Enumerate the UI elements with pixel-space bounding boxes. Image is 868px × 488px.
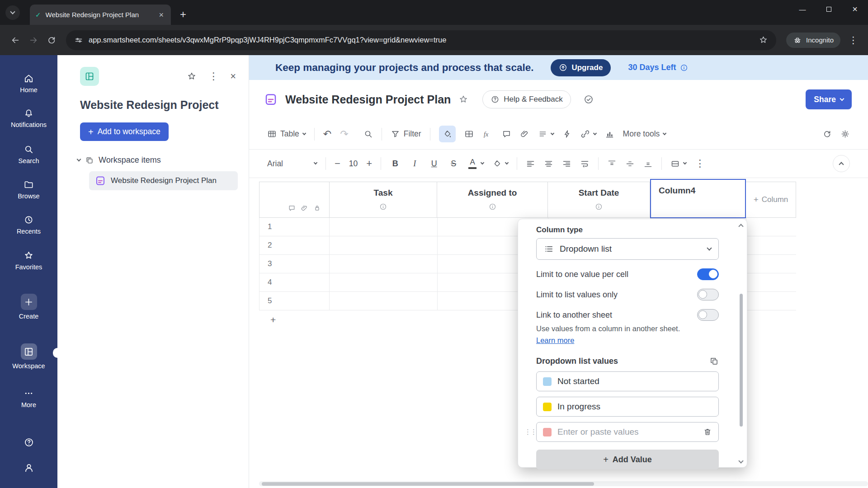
info-icon[interactable]	[595, 203, 603, 211]
automation-button[interactable]	[562, 129, 572, 139]
column-type-select[interactable]: Dropdown list	[536, 238, 719, 260]
scroll-down-icon[interactable]	[738, 458, 743, 463]
limit-list-values-toggle[interactable]	[697, 289, 719, 300]
value-color-chip[interactable]	[543, 377, 552, 386]
upgrade-button[interactable]: Upgrade	[551, 59, 611, 76]
nav-item-workspace[interactable]: Workspace	[0, 343, 57, 370]
row-number[interactable]: 5	[259, 292, 330, 310]
browser-tab[interactable]: ✓ Website Redesign Project Plan ×	[30, 5, 171, 25]
italic-button[interactable]: I	[409, 159, 420, 169]
nav-item-favorites[interactable]: Favorites	[0, 250, 57, 271]
nav-item-more[interactable]: More	[0, 388, 57, 408]
view-switcher-table[interactable]: Table	[267, 129, 306, 139]
browser-menu-button[interactable]: ⋮	[845, 35, 862, 46]
valign-middle-button[interactable]	[625, 159, 635, 169]
list-tool-button[interactable]	[538, 129, 554, 139]
address-bar[interactable]: app.smartsheet.com/sheets/v3qwxMgRrP9pqp…	[66, 30, 776, 50]
forward-button[interactable]	[24, 31, 42, 49]
more-tools-button[interactable]: More tools	[623, 129, 666, 139]
tab-search-button[interactable]	[5, 5, 20, 20]
nav-item-create[interactable]: Create	[0, 294, 57, 320]
delete-value-button[interactable]	[703, 427, 712, 436]
dropdown-value-row[interactable]: Not started	[536, 371, 719, 391]
window-minimize-button[interactable]: —	[789, 0, 816, 18]
valign-top-button[interactable]	[607, 159, 617, 169]
settings-button[interactable]	[840, 129, 850, 139]
format-overflow-menu[interactable]: ⋮	[695, 159, 705, 169]
filter-button[interactable]: Filter	[391, 129, 421, 139]
align-left-button[interactable]	[526, 159, 535, 169]
nav-item-account[interactable]	[0, 462, 57, 474]
redo-button[interactable]: ↷	[340, 129, 348, 139]
activity-history-button[interactable]	[822, 129, 832, 139]
font-family-select[interactable]: Arial	[267, 159, 317, 169]
column-header-start-date[interactable]: Start Date	[548, 182, 650, 217]
add-column-button[interactable]: + Column	[746, 182, 796, 217]
back-button[interactable]	[6, 31, 24, 49]
info-icon[interactable]	[680, 64, 688, 72]
help-feedback-button[interactable]: Help & Feedback	[482, 90, 571, 108]
copy-values-button[interactable]	[709, 357, 719, 366]
text-wrap-button[interactable]	[580, 159, 590, 169]
paint-format-button[interactable]	[439, 126, 456, 142]
workspace-items-section[interactable]: Workspace items	[77, 155, 249, 165]
comment-button[interactable]	[502, 129, 511, 139]
font-size-increase-button[interactable]: +	[366, 159, 372, 169]
row-number[interactable]: 2	[259, 236, 330, 254]
bookmark-star-icon[interactable]	[759, 35, 768, 45]
fill-color-button[interactable]	[492, 159, 508, 169]
window-close-button[interactable]: ×	[842, 0, 868, 18]
collapse-toolbar-button[interactable]	[833, 155, 850, 172]
value-color-chip[interactable]	[543, 403, 552, 411]
new-value-row[interactable]: ⋮⋮	[536, 422, 719, 442]
window-maximize-button[interactable]	[816, 0, 842, 18]
attachment-button[interactable]	[520, 129, 529, 139]
strikethrough-button[interactable]: S	[448, 159, 459, 169]
panel-menu-button[interactable]: ⋮	[208, 71, 218, 81]
new-value-input[interactable]	[557, 427, 697, 437]
formula-button[interactable]: fx	[482, 129, 493, 140]
search-sheet-button[interactable]	[363, 129, 373, 139]
nav-item-recents[interactable]: Recents	[0, 215, 57, 235]
row-gutter-header[interactable]	[259, 182, 330, 217]
bold-button[interactable]: B	[390, 159, 401, 169]
row-number[interactable]: 4	[259, 273, 330, 291]
column-header-task[interactable]: Task	[330, 182, 437, 217]
nav-item-search[interactable]: Search	[0, 144, 57, 164]
panel-close-button[interactable]: ×	[230, 71, 236, 81]
add-value-button[interactable]: + Add Value	[536, 450, 719, 469]
workspace-item-sheet[interactable]: Website Redesign Project Plan	[89, 171, 238, 190]
chart-button[interactable]	[605, 129, 614, 139]
valign-bottom-button[interactable]	[643, 159, 653, 169]
add-to-workspace-button[interactable]: + Add to workspace	[80, 122, 169, 141]
nav-item-help[interactable]	[0, 437, 57, 448]
reload-button[interactable]	[42, 31, 61, 49]
panel-scrollbar-thumb[interactable]	[740, 294, 743, 427]
learn-more-link[interactable]: Learn more	[536, 336, 574, 345]
info-icon[interactable]	[489, 203, 496, 211]
align-right-button[interactable]	[562, 159, 571, 169]
scroll-up-icon[interactable]	[738, 224, 743, 229]
nav-item-notifications[interactable]: Notifications	[0, 108, 57, 128]
cell-table-button[interactable]	[464, 129, 474, 139]
link-tool-button[interactable]	[580, 129, 596, 139]
favorite-sheet-button[interactable]	[458, 94, 468, 104]
column-header-column4-selected[interactable]: Column4	[650, 179, 746, 218]
site-settings-icon[interactable]	[74, 36, 83, 45]
limit-one-value-toggle[interactable]	[697, 268, 719, 280]
align-center-button[interactable]	[544, 159, 553, 169]
text-color-button[interactable]: A	[467, 158, 484, 169]
underline-button[interactable]: U	[429, 159, 439, 169]
favorite-star-button[interactable]	[187, 71, 197, 81]
share-button[interactable]: Share	[806, 89, 852, 109]
cell-format-button[interactable]	[670, 159, 686, 169]
nav-item-home[interactable]: Home	[0, 73, 57, 94]
nav-item-browse[interactable]: Browse	[0, 179, 57, 200]
horizontal-scrollbar[interactable]	[259, 481, 868, 486]
row-number[interactable]: 3	[259, 255, 330, 273]
font-size-decrease-button[interactable]: −	[335, 159, 340, 169]
undo-button[interactable]: ↶	[323, 129, 331, 139]
link-another-sheet-toggle[interactable]	[697, 309, 719, 321]
drag-handle-icon[interactable]: ⋮⋮	[524, 428, 536, 436]
column-header-assigned-to[interactable]: Assigned to	[437, 182, 548, 217]
